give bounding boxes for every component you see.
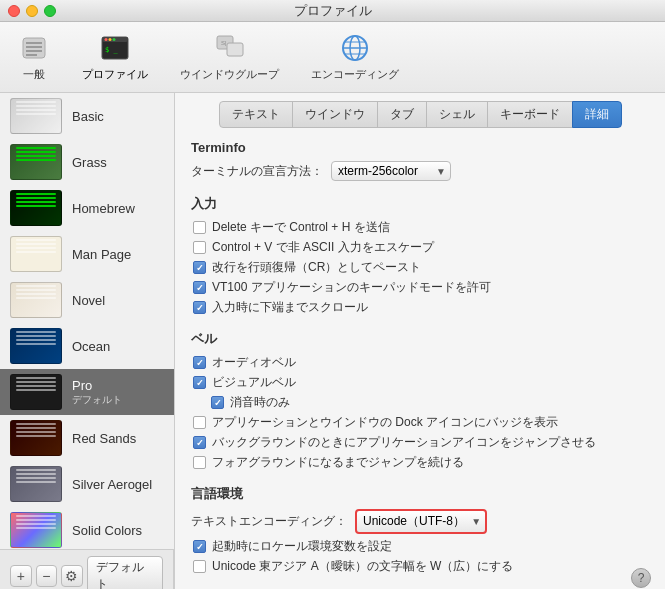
sidebar-default-button[interactable]: デフォルト	[87, 556, 164, 589]
sidebar-bottom-bar: +−⚙デフォルト	[0, 549, 174, 589]
checkbox-row-vt100-keypad: VT100 アプリケーションのキーパッドモードを許可	[191, 279, 649, 296]
checkbox-label-cr-paste: 改行を行頭復帰（CR）としてペースト	[212, 259, 421, 276]
checkbox-label-scroll-on-input: 入力時に下端までスクロール	[212, 299, 368, 316]
sidebar: BasicGrassHomebrewMan PageNovelOceanProデ…	[0, 93, 175, 589]
sidebar-item-label-basic: Basic	[72, 109, 104, 124]
tab-text[interactable]: テキスト	[219, 101, 293, 128]
windowgroups-icon: S|	[214, 32, 246, 64]
checkbox-label-bounce-icon: バックグラウンドのときにアプリケーションアイコンをジャンプさせる	[212, 434, 596, 451]
svg-rect-12	[227, 43, 243, 56]
checkbox-row-cr-paste: 改行を行頭復帰（CR）としてペースト	[191, 259, 649, 276]
checkbox-label-wide-chars: Unicode 東アジア A（曖昧）の文字幅を W（広）にする	[212, 558, 513, 575]
checkbox-cr-paste[interactable]	[193, 261, 206, 274]
close-button[interactable]	[8, 5, 20, 17]
language-checkboxes: 起動時にロケール環境変数を設定Unicode 東アジア A（曖昧）の文字幅を W…	[191, 538, 649, 575]
checkbox-locale-env[interactable]	[193, 540, 206, 553]
tab-shell[interactable]: シェル	[426, 101, 488, 128]
sidebar-item-ocean[interactable]: Ocean	[0, 323, 174, 369]
toolbar-general[interactable]: 一般	[12, 30, 56, 84]
encoding-row: テキストエンコーディング： Unicode（UTF-8） ▼	[191, 509, 649, 534]
checkbox-mute-only[interactable]	[211, 396, 224, 409]
language-section: 言語環境 テキストエンコーディング： Unicode（UTF-8） ▼ 起動時に…	[191, 485, 649, 575]
checkbox-jump-fg[interactable]	[193, 456, 206, 469]
terminfo-select-arrow: ▼	[436, 166, 446, 177]
sidebar-thumbnail-grass	[10, 144, 62, 180]
encoding-select-arrow: ▼	[471, 516, 481, 527]
checkbox-bounce-icon[interactable]	[193, 436, 206, 449]
minimize-button[interactable]	[26, 5, 38, 17]
tabs-bar: テキストウインドウタブシェルキーボード詳細	[175, 93, 665, 128]
language-title: 言語環境	[191, 485, 649, 503]
toolbar-general-label: 一般	[23, 67, 45, 82]
tab-keyboard[interactable]: キーボード	[487, 101, 573, 128]
checkbox-row-bounce-icon: バックグラウンドのときにアプリケーションアイコンをジャンプさせる	[191, 434, 649, 451]
title-bar: プロファイル	[0, 0, 665, 22]
general-icon	[18, 32, 50, 64]
toolbar-windowgroups[interactable]: S| ウインドウグループ	[174, 30, 285, 84]
checkbox-label-jump-fg: フォアグラウンドになるまでジャンプを続ける	[212, 454, 464, 471]
sidebar-thumbnail-redsands	[10, 420, 62, 456]
checkbox-row-scroll-on-input: 入力時に下端までスクロール	[191, 299, 649, 316]
toolbar-windowgroups-label: ウインドウグループ	[180, 67, 279, 82]
checkbox-scroll-on-input[interactable]	[193, 301, 206, 314]
sidebar-item-silveraerogel[interactable]: Silver Aerogel	[0, 461, 174, 507]
toolbar-encoding[interactable]: エンコーディング	[305, 30, 405, 84]
sidebar-item-grass[interactable]: Grass	[0, 139, 174, 185]
encoding-select[interactable]: Unicode（UTF-8） ▼	[355, 509, 487, 534]
checkbox-ctrl-v-escape[interactable]	[193, 241, 206, 254]
svg-point-9	[113, 38, 116, 41]
terminfo-row: ターミナルの宣言方法： xterm-256color ▼	[191, 161, 649, 181]
toolbar: 一般 $ _ プロファイル S| ウインドウグループ	[0, 22, 665, 93]
checkbox-row-dock-badge: アプリケーションとウインドウの Dock アイコンにバッジを表示	[191, 414, 649, 431]
checkbox-label-visual-bell: ビジュアルベル	[212, 374, 296, 391]
svg-text:S|: S|	[221, 40, 227, 46]
terminfo-select[interactable]: xterm-256color ▼	[331, 161, 451, 181]
sidebar-item-label-solidcolors: Solid Colors	[72, 523, 142, 538]
sidebar-item-sublabel-pro: デフォルト	[72, 393, 122, 407]
sidebar-item-pro[interactable]: Proデフォルト	[0, 369, 174, 415]
sidebar-bottom-btn-1[interactable]: −	[36, 565, 58, 587]
bell-checkboxes: オーディオベルビジュアルベル消音時のみアプリケーションとウインドウの Dock …	[191, 354, 649, 471]
checkbox-row-locale-env: 起動時にロケール環境変数を設定	[191, 538, 649, 555]
toolbar-encoding-label: エンコーディング	[311, 67, 399, 82]
sidebar-item-novel[interactable]: Novel	[0, 277, 174, 323]
checkbox-row-jump-fg: フォアグラウンドになるまでジャンプを続ける	[191, 454, 649, 471]
toolbar-profiles[interactable]: $ _ プロファイル	[76, 30, 154, 84]
sidebar-item-redsands[interactable]: Red Sands	[0, 415, 174, 461]
sidebar-item-label-silveraerogel: Silver Aerogel	[72, 477, 152, 492]
checkbox-visual-bell[interactable]	[193, 376, 206, 389]
sidebar-bottom-btn-0[interactable]: +	[10, 565, 32, 587]
sidebar-item-basic[interactable]: Basic	[0, 93, 174, 139]
checkbox-audio-bell[interactable]	[193, 356, 206, 369]
window-title: プロファイル	[294, 2, 372, 20]
sidebar-item-label-manpage: Man Page	[72, 247, 131, 262]
checkbox-dock-badge[interactable]	[193, 416, 206, 429]
main-layout: BasicGrassHomebrewMan PageNovelOceanProデ…	[0, 93, 665, 589]
sidebar-thumbnail-silveraerogel	[10, 466, 62, 502]
terminfo-title: Terminfo	[191, 140, 649, 155]
sidebar-item-homebrew[interactable]: Homebrew	[0, 185, 174, 231]
sidebar-bottom-btn-2[interactable]: ⚙	[61, 565, 83, 587]
tab-details[interactable]: 詳細	[572, 101, 622, 128]
sidebar-item-manpage[interactable]: Man Page	[0, 231, 174, 277]
checkbox-delete-ctrl-h[interactable]	[193, 221, 206, 234]
maximize-button[interactable]	[44, 5, 56, 17]
tab-tab[interactable]: タブ	[377, 101, 427, 128]
sidebar-item-label-redsands: Red Sands	[72, 431, 136, 446]
tab-window[interactable]: ウインドウ	[292, 101, 378, 128]
checkbox-label-audio-bell: オーディオベル	[212, 354, 296, 371]
checkbox-vt100-keypad[interactable]	[193, 281, 206, 294]
sidebar-item-label-homebrew: Homebrew	[72, 201, 135, 216]
sidebar-thumbnail-basic	[10, 98, 62, 134]
content-wrapper: テキストウインドウタブシェルキーボード詳細 Terminfo ターミナルの宣言方…	[175, 93, 665, 589]
sidebar-item-solidcolors[interactable]: Solid Colors	[0, 507, 174, 549]
svg-point-7	[105, 38, 108, 41]
terminfo-label: ターミナルの宣言方法：	[191, 163, 323, 180]
checkbox-row-delete-ctrl-h: Delete キーで Control + H を送信	[191, 219, 649, 236]
sidebar-thumbnail-pro	[10, 374, 62, 410]
sidebar-thumbnail-homebrew	[10, 190, 62, 226]
checkbox-label-delete-ctrl-h: Delete キーで Control + H を送信	[212, 219, 390, 236]
profiles-icon: $ _	[99, 32, 131, 64]
help-button[interactable]: ?	[631, 568, 651, 588]
checkbox-wide-chars[interactable]	[193, 560, 206, 573]
